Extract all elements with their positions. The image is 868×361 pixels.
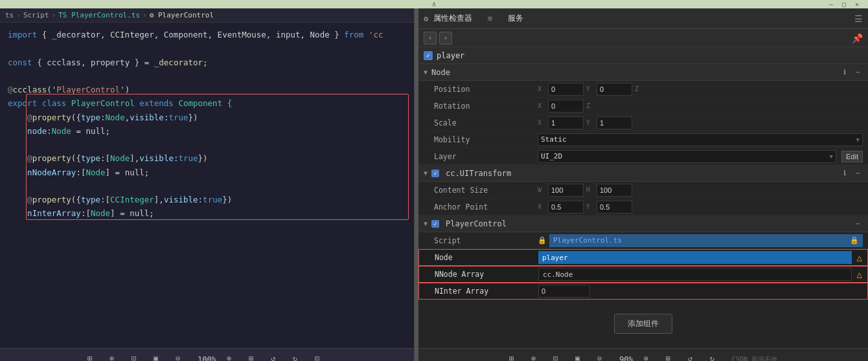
layer-label: Layer — [434, 152, 538, 161]
node-prop-value: player △ — [538, 251, 862, 264]
node-value[interactable]: player — [538, 251, 852, 264]
node-info-icon[interactable]: ℹ — [839, 67, 850, 78]
ninter-array-value — [538, 285, 862, 298]
cs-h-input[interactable] — [597, 184, 632, 197]
zoom-out-icon[interactable]: ⊖ — [176, 354, 187, 362]
mobility-dropdown[interactable]: Static ▼ — [538, 133, 863, 146]
tool-icon-2[interactable]: ⊕ — [109, 354, 121, 362]
breadcrumb-class: ⚙ PlayerControl — [150, 11, 214, 19]
node-value-text: player — [542, 254, 568, 262]
scale-x-input[interactable] — [548, 116, 584, 129]
node-section-label: Node — [431, 68, 836, 77]
breadcrumb-ts: ts — [5, 11, 14, 19]
uitransform-more-icon[interactable]: ⋯ — [852, 168, 863, 179]
ninter-array-input[interactable] — [538, 285, 590, 298]
nnode-value[interactable]: cc.Node — [538, 268, 852, 281]
content-size-row: Content Size W H — [418, 182, 868, 199]
insp-tool-2[interactable]: ⊕ — [531, 354, 543, 362]
insp-zoom-in[interactable]: ⊕ — [644, 354, 656, 362]
pos-y-input[interactable] — [597, 83, 632, 96]
tool-icon-6[interactable]: ⊡ — [315, 354, 326, 362]
top-chevron: ∧ — [432, 0, 437, 8]
uitransform-section-label: cc.UITransform — [446, 169, 836, 178]
more-icon[interactable]: ☰ — [854, 14, 863, 24]
zoom-in-icon[interactable]: ⊕ — [227, 354, 238, 362]
ap-x-axis: X — [538, 203, 545, 210]
pc-arrow[interactable]: ▼ — [424, 220, 428, 227]
player-checkbox[interactable]: ✓ — [424, 51, 433, 60]
code-line-const: const { ccclass, property } = _decorator… — [8, 56, 406, 69]
insp-tool-1[interactable]: ⊞ — [509, 354, 521, 362]
player-row: ✓ player — [418, 47, 868, 64]
rotation-label: Rotation — [434, 102, 538, 111]
insp-tool-4[interactable]: ▣ — [575, 354, 587, 362]
grid-icon: ⊞ — [488, 14, 492, 23]
ap-y-input[interactable] — [597, 201, 632, 213]
code-line-export: export class PlayerControl extends Compo… — [8, 96, 406, 110]
insp-redo[interactable]: ↻ — [710, 354, 722, 362]
mobility-label: Mobility — [434, 135, 538, 144]
scale-row: Scale X Y — [418, 115, 868, 131]
add-component-button[interactable]: 添加组件 — [614, 314, 672, 334]
breadcrumb-file: TS PlayerControl.ts — [58, 11, 140, 19]
ninter-array-label: NInter Array — [435, 287, 538, 296]
insp-zoom-level: 90% — [619, 355, 634, 362]
zoom-level: 100% — [198, 355, 216, 362]
ap-x-input[interactable] — [548, 201, 584, 213]
layer-value-text: UI_2D — [541, 152, 562, 160]
header-right: ☰ — [854, 14, 863, 24]
inspector-panel: ⚙ 属性检查器 ⊞ 服务 ☰ ‹ › 📌 ✓ player ▼ Node — [418, 8, 868, 361]
code-line-blank4 — [8, 179, 406, 193]
maximize-button[interactable]: □ — [842, 1, 850, 8]
pc-checkbox[interactable]: ✓ — [431, 220, 439, 228]
gear-icon: ⚙ — [424, 14, 428, 23]
insp-zoom-out[interactable]: ⊖ — [597, 354, 609, 362]
tool-icon-1[interactable]: ⊞ — [87, 354, 99, 362]
insp-tool-5[interactable]: ⊞ — [666, 354, 678, 362]
node-arrow[interactable]: ▼ — [424, 69, 428, 76]
tool-icon-3[interactable]: ⊡ — [131, 354, 143, 362]
undo-icon[interactable]: ↺ — [271, 354, 282, 362]
uitransform-checkbox[interactable]: ✓ — [431, 170, 439, 177]
insp-tool-3[interactable]: ⊡ — [553, 354, 565, 362]
pc-more-icon[interactable]: ⋯ — [852, 219, 863, 229]
window-controls[interactable]: — □ ✕ — [829, 1, 863, 8]
inspector-content[interactable]: ▼ Node ℹ ⋯ Position X Y Z — [418, 64, 868, 348]
minimize-button[interactable]: — — [829, 1, 837, 8]
script-lock-right-icon: 🔒 — [850, 236, 859, 245]
script-value[interactable]: PlayerControl.ts 🔒 — [549, 234, 863, 247]
code-line-prop3: @property({type:[CCInteger],visible:true… — [8, 193, 406, 206]
node-more-icon[interactable]: ⋯ — [852, 67, 863, 78]
sep2: › — [52, 11, 56, 19]
scale-value: X Y — [538, 116, 863, 129]
scale-y-input[interactable] — [597, 116, 632, 129]
inspector-bottom-toolbar: ⊞ ⊕ ⊡ ▣ ⊖ 90% ⊕ ⊞ ↺ ↻ CSDN 风浪不停 — [418, 348, 868, 361]
forward-button[interactable]: › — [439, 32, 452, 45]
node-warn-icon: △ — [857, 252, 862, 263]
code-line-blank3 — [8, 138, 406, 151]
anchor-point-label: Anchor Point — [434, 202, 538, 212]
pos-x-input[interactable] — [548, 83, 584, 96]
redo-icon[interactable]: ↻ — [293, 354, 304, 362]
tool-icon-4[interactable]: ▣ — [154, 354, 165, 362]
back-button[interactable]: ‹ — [424, 32, 437, 45]
uitransform-info-icon[interactable]: ℹ — [839, 168, 850, 179]
code-area[interactable]: import { _decorator, CCInteger, Componen… — [0, 23, 414, 348]
rot-x-input[interactable] — [548, 100, 584, 113]
uitransform-arrow[interactable]: ▼ — [424, 170, 428, 177]
main-content: ts › Script › TS PlayerControl.ts › ⚙ Pl… — [0, 8, 868, 361]
insp-undo[interactable]: ↺ — [688, 354, 700, 362]
ap-y-axis: Y — [586, 203, 594, 210]
close-button[interactable]: ✕ — [855, 1, 863, 8]
layer-dropdown[interactable]: UI_2D ▼ — [538, 150, 836, 163]
pc-icons: ⋯ — [852, 219, 863, 229]
playercontrol-section-header: ▼ ✓ PlayerControl ⋯ — [418, 215, 868, 232]
nnode-array-row: NNode Array cc.Node △ — [418, 266, 868, 283]
layer-edit-button[interactable]: Edit — [841, 151, 863, 162]
cs-w-input[interactable] — [548, 184, 584, 197]
pos-x-axis: X — [538, 85, 545, 93]
code-line-ninter: nInterArray:[Node] = null; — [8, 206, 406, 220]
tool-icon-5[interactable]: ⊞ — [249, 354, 260, 362]
code-line-prop2: @property({type:[Node],visible:true}) — [8, 151, 406, 165]
pin-button[interactable]: 📌 — [852, 33, 863, 43]
